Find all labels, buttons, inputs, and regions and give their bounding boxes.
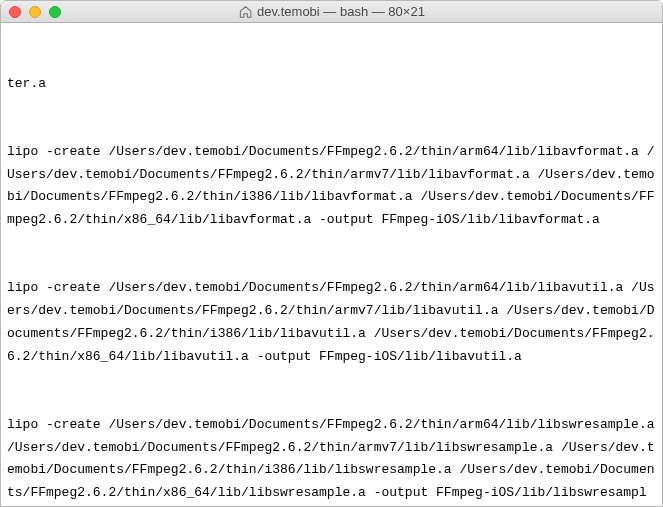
terminal-line: lipo -create /Users/dev.temobi/Documents…	[7, 141, 656, 232]
minimize-button[interactable]	[29, 6, 41, 18]
terminal-line: ter.a	[7, 73, 656, 96]
window-titlebar: dev.temobi — bash — 80×21	[1, 1, 662, 23]
terminal-line: lipo -create /Users/dev.temobi/Documents…	[7, 277, 656, 368]
window-title: dev.temobi — bash — 80×21	[257, 4, 425, 19]
traffic-lights	[9, 6, 61, 18]
close-button[interactable]	[9, 6, 21, 18]
terminal-output[interactable]: ter.a lipo -create /Users/dev.temobi/Doc…	[1, 23, 662, 506]
terminal-line: lipo -create /Users/dev.temobi/Documents…	[7, 414, 656, 506]
maximize-button[interactable]	[49, 6, 61, 18]
home-icon	[238, 5, 252, 19]
window-title-area: dev.temobi — bash — 80×21	[238, 4, 425, 19]
